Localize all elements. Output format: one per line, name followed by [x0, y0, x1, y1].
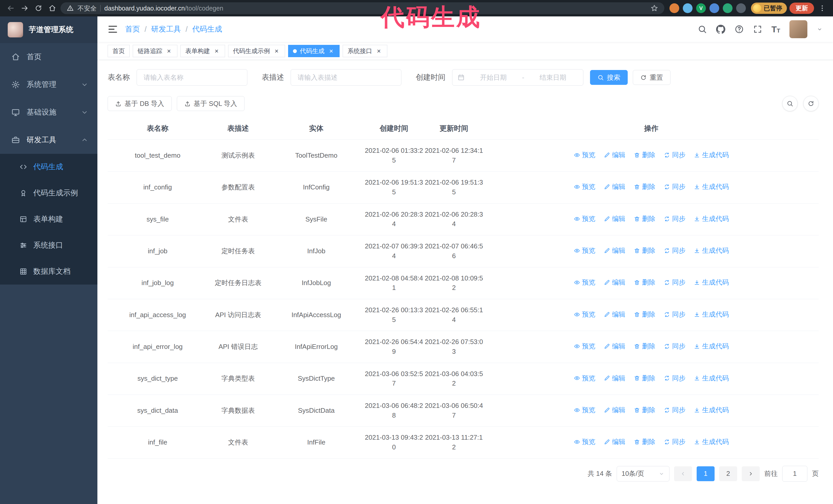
edit-link[interactable]: 编辑: [604, 214, 625, 224]
table-name-input[interactable]: [137, 69, 247, 86]
generate-code-link[interactable]: 生成代码: [694, 246, 729, 256]
toggle-search-button[interactable]: [782, 96, 798, 111]
preview-link[interactable]: 预览: [574, 278, 595, 287]
edit-link[interactable]: 编辑: [604, 310, 625, 319]
user-avatar[interactable]: [789, 20, 807, 38]
help-icon[interactable]: [735, 25, 744, 34]
sync-link[interactable]: 同步: [664, 341, 685, 351]
delete-link[interactable]: 删除: [634, 374, 656, 383]
sidebar-item-devtools[interactable]: 研发工具: [0, 126, 97, 154]
sidebar-item-system[interactable]: 系统管理: [0, 71, 97, 98]
delete-link[interactable]: 删除: [634, 437, 656, 447]
extension-icon[interactable]: [736, 3, 746, 13]
close-icon[interactable]: ×: [375, 47, 382, 55]
sidebar-item-api[interactable]: 系统接口: [0, 232, 97, 258]
browser-menu-icon[interactable]: [816, 3, 828, 14]
edit-link[interactable]: 编辑: [604, 437, 625, 447]
delete-link[interactable]: 删除: [634, 214, 656, 224]
edit-link[interactable]: 编辑: [604, 405, 625, 415]
delete-link[interactable]: 删除: [634, 310, 656, 319]
extension-icon[interactable]: [683, 3, 693, 13]
prev-page-button[interactable]: [674, 466, 692, 481]
date-range-picker[interactable]: 开始日期 - 结束日期: [452, 69, 584, 86]
preview-link[interactable]: 预览: [574, 182, 595, 192]
avatar-caret-icon[interactable]: [816, 26, 823, 32]
sync-link[interactable]: 同步: [664, 310, 685, 319]
font-size-icon[interactable]: TT: [771, 25, 780, 33]
github-icon[interactable]: [716, 25, 725, 34]
preview-link[interactable]: 预览: [574, 150, 595, 160]
generate-code-link[interactable]: 生成代码: [694, 214, 729, 224]
sync-link[interactable]: 同步: [664, 278, 685, 287]
preview-link[interactable]: 预览: [574, 310, 595, 319]
close-icon[interactable]: ×: [273, 47, 280, 55]
sync-link[interactable]: 同步: [664, 182, 685, 192]
delete-link[interactable]: 删除: [634, 341, 656, 351]
delete-link[interactable]: 删除: [634, 405, 656, 415]
forward-icon[interactable]: [19, 3, 30, 14]
import-sql-button[interactable]: 基于 SQL 导入: [177, 96, 245, 111]
tab-codegen-example[interactable]: 代码生成示例 ×: [228, 45, 285, 57]
app-logo[interactable]: 芋道管理系统: [0, 17, 97, 43]
generate-code-link[interactable]: 生成代码: [694, 437, 729, 447]
page-button-1[interactable]: 1: [697, 466, 715, 481]
generate-code-link[interactable]: 生成代码: [694, 150, 729, 160]
extension-icon[interactable]: [710, 3, 719, 13]
reset-button[interactable]: 重置: [633, 70, 670, 85]
sidebar-item-form-builder[interactable]: 表单构建: [0, 206, 97, 232]
sync-link[interactable]: 同步: [664, 246, 685, 256]
breadcrumb-home[interactable]: 首页: [125, 24, 140, 34]
generate-code-link[interactable]: 生成代码: [694, 182, 729, 192]
fullscreen-icon[interactable]: [753, 25, 762, 34]
tab-home[interactable]: 首页: [108, 45, 130, 57]
table-desc-input[interactable]: [291, 69, 401, 86]
sync-link[interactable]: 同步: [664, 214, 685, 224]
reload-icon[interactable]: [33, 3, 44, 14]
sync-link[interactable]: 同步: [664, 150, 685, 160]
back-icon[interactable]: [5, 3, 17, 14]
edit-link[interactable]: 编辑: [604, 150, 625, 160]
sidebar-item-infrastructure[interactable]: 基础设施: [0, 98, 97, 126]
breadcrumb-devtools[interactable]: 研发工具: [151, 24, 181, 34]
search-button[interactable]: 搜索: [590, 70, 628, 85]
delete-link[interactable]: 删除: [634, 182, 656, 192]
close-icon[interactable]: ×: [213, 47, 220, 55]
delete-link[interactable]: 删除: [634, 150, 656, 160]
generate-code-link[interactable]: 生成代码: [694, 310, 729, 319]
tab-codegen[interactable]: 代码生成 ×: [288, 45, 340, 57]
close-icon[interactable]: ×: [165, 47, 172, 55]
browser-home-icon[interactable]: [47, 3, 58, 14]
sidebar-item-home[interactable]: 首页: [0, 43, 97, 71]
goto-page-input[interactable]: [782, 466, 807, 482]
tab-form-builder[interactable]: 表单构建 ×: [181, 45, 225, 57]
edit-link[interactable]: 编辑: [604, 374, 625, 383]
generate-code-link[interactable]: 生成代码: [694, 341, 729, 351]
extension-icon[interactable]: [669, 3, 679, 13]
tab-trace[interactable]: 链路追踪 ×: [133, 45, 177, 57]
tab-api[interactable]: 系统接口 ×: [343, 45, 387, 57]
page-button-2[interactable]: 2: [719, 466, 737, 481]
sync-link[interactable]: 同步: [664, 374, 685, 383]
preview-link[interactable]: 预览: [574, 214, 595, 224]
edit-link[interactable]: 编辑: [604, 341, 625, 351]
close-icon[interactable]: ×: [328, 47, 335, 55]
generate-code-link[interactable]: 生成代码: [694, 405, 729, 415]
extension-icon[interactable]: [723, 3, 733, 13]
sidebar-item-db-doc[interactable]: 数据库文档: [0, 258, 97, 285]
search-icon[interactable]: [698, 25, 707, 34]
preview-link[interactable]: 预览: [574, 341, 595, 351]
preview-link[interactable]: 预览: [574, 246, 595, 256]
refresh-table-button[interactable]: [803, 96, 819, 111]
extension-icon[interactable]: V: [696, 3, 706, 13]
generate-code-link[interactable]: 生成代码: [694, 278, 729, 287]
sidebar-item-codegen-example[interactable]: 代码生成示例: [0, 180, 97, 206]
delete-link[interactable]: 删除: [634, 246, 656, 256]
sidebar-item-codegen[interactable]: 代码生成: [0, 154, 97, 180]
preview-link[interactable]: 预览: [574, 437, 595, 447]
sync-link[interactable]: 同步: [664, 437, 685, 447]
url-bar[interactable]: 不安全 dashboard.yudao.iocoder.cn/tool/code…: [61, 2, 664, 14]
browser-update-button[interactable]: 更新: [789, 3, 814, 14]
preview-link[interactable]: 预览: [574, 374, 595, 383]
edit-link[interactable]: 编辑: [604, 278, 625, 287]
profile-paused-badge[interactable]: 已暂停: [751, 3, 787, 14]
